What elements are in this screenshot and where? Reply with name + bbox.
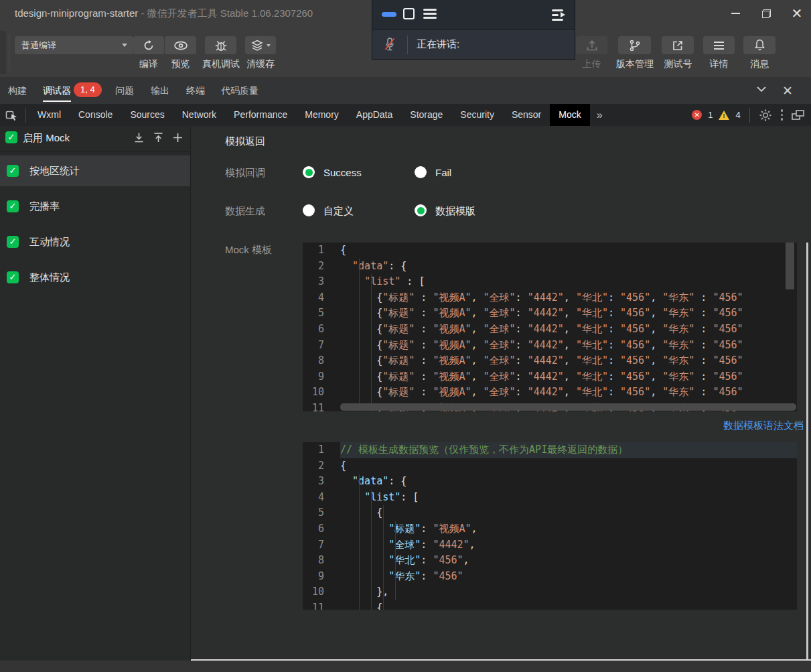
toolbar-divider (9, 33, 9, 71)
error-count: 1 (708, 110, 713, 120)
device-debug-button[interactable] (205, 36, 236, 54)
devtools-tab-wxml[interactable]: Wxml (29, 104, 70, 126)
import-icon[interactable] (133, 132, 145, 143)
close-button[interactable]: ✕ (786, 4, 808, 23)
gear-icon[interactable] (759, 109, 772, 122)
editor-horizontal-scrollbar[interactable] (340, 403, 796, 411)
datagen-option-custom[interactable]: 自定义 (323, 205, 354, 218)
rule-label: 完播率 (29, 200, 60, 213)
line-number: 10 (303, 584, 340, 600)
mock-rule-item[interactable]: ✓按地区统计 (0, 155, 190, 186)
devtools-tab-storage[interactable]: Storage (401, 104, 451, 126)
datagen-option-template[interactable]: 数据模版 (435, 205, 475, 218)
devtools-window: tdesign-miniprogram-starter - 微信开发者工具 St… (0, 0, 811, 672)
callback-radio-1[interactable] (415, 166, 427, 178)
export-icon[interactable] (153, 132, 164, 143)
minimize-icon (731, 13, 740, 14)
preview-button[interactable] (165, 36, 196, 54)
more-tabs-button[interactable]: » (590, 104, 609, 126)
indent-guide (359, 259, 360, 411)
panel-tab-4[interactable]: 终端 (186, 85, 205, 97)
detach-window-icon[interactable] (792, 110, 804, 120)
rule-checkbox[interactable]: ✓ (7, 236, 19, 248)
callback-option-success[interactable]: Success (323, 167, 362, 178)
devtools-tab-mock[interactable]: Mock (550, 104, 589, 126)
devtools-tab-appdata[interactable]: AppData (348, 104, 401, 126)
messages-button[interactable] (743, 36, 776, 54)
hamburger-icon[interactable] (423, 9, 437, 20)
rule-checkbox[interactable]: ✓ (7, 271, 19, 283)
devtools-tab-console[interactable]: Console (70, 104, 121, 126)
compile-button[interactable] (133, 36, 164, 54)
devtools-tab-sensor[interactable]: Sensor (503, 104, 550, 126)
panel-close-icon[interactable]: ✕ (782, 83, 793, 98)
mock-rule-item[interactable]: ✓完播率 (0, 191, 190, 222)
callback-label: 模拟回调 (225, 167, 265, 180)
line-number: 3 (303, 274, 340, 290)
mic-muted-icon[interactable] (382, 36, 397, 56)
compile-mode-dropdown[interactable]: 普通编译 (15, 36, 133, 54)
code-line: 7 {"标题" : "视频A", "全球": "4442", "华北": "45… (303, 338, 797, 354)
details-button[interactable] (703, 36, 735, 54)
restore-button[interactable] (755, 4, 777, 23)
test-account-label: 测试号 (660, 58, 696, 70)
speaking-label: 正在讲话: (417, 38, 459, 51)
mock-rule-item[interactable]: ✓互动情况 (0, 226, 190, 257)
code-line: 2 "data": { (303, 259, 797, 275)
add-rule-icon[interactable] (172, 132, 183, 143)
panel-tab-3[interactable]: 输出 (151, 85, 169, 97)
code-line: 10 }, (303, 584, 797, 600)
version-control-button[interactable] (618, 36, 651, 54)
devtools-tab-sources[interactable]: Sources (121, 104, 173, 126)
enable-mock-checkbox[interactable]: ✓ (5, 131, 17, 143)
mock-preview-editor[interactable]: 1// 模板生成数据预览（仅作预览，不作为API最终返回的数据）2{3 "dat… (303, 442, 797, 610)
minimize-button[interactable] (725, 4, 746, 23)
rule-checkbox[interactable]: ✓ (7, 165, 19, 177)
layers-icon (250, 40, 264, 52)
datagen-radio-1[interactable] (415, 204, 427, 216)
callback-option-fail[interactable]: Fail (435, 167, 451, 178)
line-number: 1 (303, 243, 340, 259)
panel-tab-2[interactable]: 问题 (115, 85, 134, 97)
expand-panel-icon[interactable] (552, 9, 568, 21)
devtools-tab-network[interactable]: Network (173, 104, 225, 126)
line-number: 11 (303, 600, 340, 610)
minimize-dash-icon[interactable] (382, 12, 396, 17)
test-account-button[interactable] (662, 36, 694, 54)
active-tab-underline (43, 100, 71, 102)
upload-button (576, 36, 607, 54)
kebab-menu-icon[interactable] (778, 109, 786, 120)
line-number: 9 (303, 369, 340, 385)
line-number: 10 (303, 385, 340, 401)
devtools-tab-memory[interactable]: Memory (296, 104, 348, 126)
panel-tab-5[interactable]: 代码质量 (221, 85, 259, 97)
preview-label: 预览 (165, 58, 196, 70)
datagen-radio-0[interactable] (303, 204, 315, 216)
template-doc-link[interactable]: 数据模板语法文档 (723, 419, 804, 432)
mock-panel-heading: 模拟返回 (225, 135, 265, 148)
panel-tab-0[interactable]: 构建 (8, 85, 27, 97)
warning-icon[interactable]: ! (719, 111, 729, 120)
upload-label: 上传 (576, 58, 607, 70)
panel-scrollbar[interactable] (806, 243, 808, 660)
line-number: 1 (303, 442, 340, 458)
devtools-tab-performance[interactable]: Performance (225, 104, 296, 126)
code-line: 11 { (303, 600, 797, 610)
editor-vertical-scrollbar[interactable] (786, 243, 794, 289)
collapse-chevron-icon[interactable] (756, 86, 767, 92)
panel-tabstrip: 构建调试器1, 4问题输出终端代码质量 ✕ (0, 77, 811, 104)
clear-cache-button[interactable] (245, 36, 276, 54)
messages-label: 消息 (743, 58, 776, 70)
callback-radio-0[interactable] (303, 166, 315, 178)
rule-checkbox[interactable]: ✓ (7, 200, 19, 212)
inspect-cursor-icon (5, 109, 18, 121)
version-label: 版本管理 (611, 58, 658, 70)
devtools-tab-security[interactable]: Security (451, 104, 503, 126)
mock-template-editor[interactable]: 1{2 "data": {3 "list" : [4 {"标题" : "视频A"… (303, 243, 797, 411)
compile-mode-value: 普通编译 (21, 40, 56, 52)
error-icon[interactable]: ✕ (692, 110, 702, 120)
mock-rule-item[interactable]: ✓整体情况 (0, 262, 190, 293)
panel-tab-1[interactable]: 调试器 (43, 85, 71, 97)
inspect-element-button[interactable] (0, 104, 23, 126)
window-icon[interactable] (403, 8, 415, 19)
